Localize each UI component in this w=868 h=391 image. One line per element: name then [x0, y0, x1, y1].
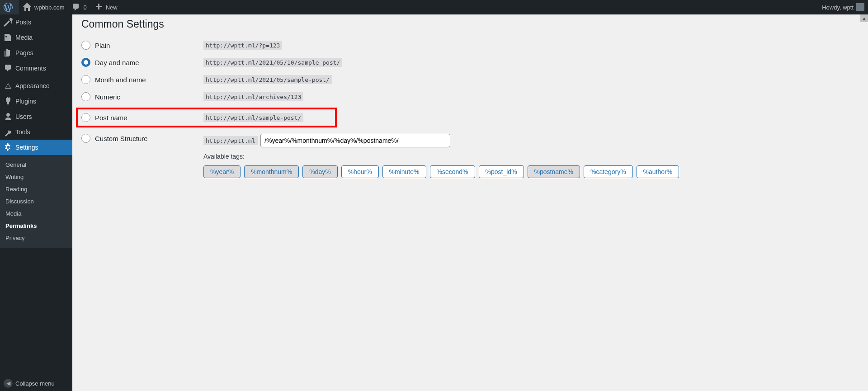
posts-icon	[4, 18, 13, 27]
option-day-name[interactable]: Day and name	[81, 58, 203, 67]
admin-bar: wpbbb.com 0 New Howdy, wptt	[0, 0, 868, 14]
submenu-permalinks[interactable]: Permalinks	[0, 220, 72, 232]
submenu-general[interactable]: General	[0, 159, 72, 171]
new-label: New	[106, 4, 118, 11]
menu-appearance[interactable]: Appearance	[0, 78, 72, 94]
menu-comments[interactable]: Comments	[0, 61, 72, 76]
collapse-menu[interactable]: ◀ Collapse menu	[0, 376, 72, 391]
custom-structure-input[interactable]	[260, 134, 450, 147]
tools-icon	[4, 127, 13, 137]
menu-pages[interactable]: Pages	[0, 45, 72, 61]
site-name[interactable]: wpbbb.com	[19, 0, 68, 14]
scroll-up-icon[interactable]: ▲	[860, 14, 868, 22]
settings-submenu: General Writing Reading Discussion Media…	[0, 155, 72, 248]
tag-minute[interactable]: %minute%	[382, 165, 426, 178]
menu-posts[interactable]: Posts	[0, 14, 72, 30]
option-month-name[interactable]: Month and name	[81, 75, 203, 84]
submenu-privacy[interactable]: Privacy	[0, 232, 72, 244]
comments-link[interactable]: 0	[68, 0, 90, 14]
avatar-icon	[856, 3, 864, 11]
new-content[interactable]: New	[90, 0, 121, 14]
tag-hour[interactable]: %hour%	[341, 165, 379, 178]
available-tags: %year% %monthnum% %day% %hour% %minute% …	[203, 165, 859, 178]
tag-category[interactable]: %category%	[584, 165, 633, 178]
radio-post-name[interactable]	[81, 113, 90, 122]
wp-logo[interactable]	[0, 0, 19, 14]
main-content: Common Settings Plain http://wptt.ml/?p=…	[72, 14, 868, 391]
submenu-reading[interactable]: Reading	[0, 183, 72, 195]
greeting-text: Howdy, wptt	[822, 4, 854, 11]
comments-icon	[4, 64, 13, 73]
section-title: Common Settings	[81, 18, 859, 30]
appearance-icon	[4, 81, 13, 90]
menu-tools[interactable]: Tools	[0, 124, 72, 140]
menu-users[interactable]: Users	[0, 109, 72, 124]
radio-month-name[interactable]	[81, 75, 90, 84]
tag-author[interactable]: %author%	[637, 165, 679, 178]
users-icon	[4, 112, 13, 121]
tag-day[interactable]: %day%	[302, 165, 337, 178]
menu-plugins[interactable]: Plugins	[0, 94, 72, 109]
example-day-name: http://wptt.ml/2021/05/10/sample-post/	[203, 58, 342, 67]
radio-custom[interactable]	[81, 134, 90, 143]
menu-media[interactable]: Media	[0, 30, 72, 45]
plus-icon	[94, 3, 103, 12]
option-post-name[interactable]: Post name	[81, 113, 203, 122]
example-numeric: http://wptt.ml/archives/123	[203, 92, 303, 101]
comments-count: 0	[83, 4, 86, 11]
my-account[interactable]: Howdy, wptt	[818, 0, 868, 14]
radio-day-name[interactable]	[81, 58, 90, 67]
tag-year[interactable]: %year%	[203, 165, 241, 178]
option-custom[interactable]: Custom Structure	[81, 134, 203, 143]
submenu-discussion[interactable]: Discussion	[0, 195, 72, 207]
settings-icon	[4, 143, 13, 152]
radio-plain[interactable]	[81, 41, 90, 50]
option-numeric[interactable]: Numeric	[81, 92, 203, 101]
available-tags-label: Available tags:	[203, 153, 859, 160]
example-month-name: http://wptt.ml/2021/05/sample-post/	[203, 75, 332, 84]
tag-monthnum[interactable]: %monthnum%	[244, 165, 299, 178]
plugins-icon	[4, 97, 13, 106]
submenu-media[interactable]: Media	[0, 207, 72, 220]
wordpress-icon	[4, 3, 13, 12]
example-post-name: http://wptt.ml/sample-post/	[203, 113, 303, 122]
comment-icon	[71, 3, 80, 12]
site-name-text: wpbbb.com	[34, 4, 64, 11]
example-plain: http://wptt.ml/?p=123	[203, 41, 282, 50]
media-icon	[4, 33, 13, 42]
custom-base-url: http://wptt.ml	[203, 136, 258, 145]
home-icon	[23, 3, 32, 12]
pages-icon	[4, 48, 13, 57]
option-plain[interactable]: Plain	[81, 41, 203, 50]
radio-numeric[interactable]	[81, 92, 90, 101]
submenu-writing[interactable]: Writing	[0, 171, 72, 183]
tag-post-id[interactable]: %post_id%	[479, 165, 524, 178]
collapse-arrow-icon: ◀	[4, 379, 13, 388]
menu-settings[interactable]: Settings	[0, 140, 72, 155]
tag-postname[interactable]: %postname%	[528, 165, 580, 178]
tag-second[interactable]: %second%	[430, 165, 475, 178]
admin-sidebar: Posts Media Pages Comments Appearance Pl…	[0, 14, 72, 391]
